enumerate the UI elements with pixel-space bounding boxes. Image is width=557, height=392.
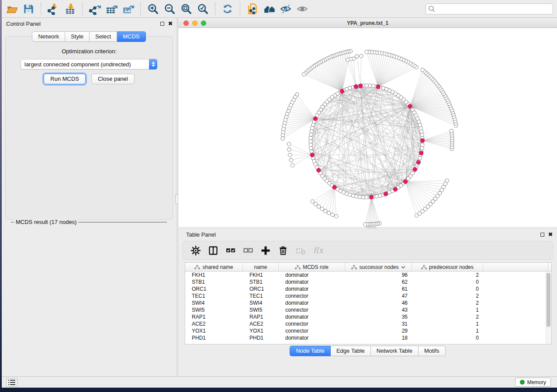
table-row[interactable]: SWI4SWI4dominator462 (185, 299, 551, 306)
cell-shared_name: TEC1 (185, 292, 243, 299)
search-icon (428, 5, 435, 12)
table-row[interactable]: FKH1FKH1dominator962 (185, 272, 551, 279)
window-close-button[interactable] (183, 21, 189, 26)
tab-motifs[interactable]: Motifs (419, 346, 446, 356)
cell-successor_nodes: 96 (345, 272, 412, 279)
export-table-button[interactable] (103, 2, 120, 16)
column-header-predecessor-nodes[interactable]: predecessor nodes (412, 263, 483, 271)
zoom-fit-button[interactable] (178, 2, 194, 16)
zoom-in-icon (147, 3, 159, 15)
cell-shared_name: ORC1 (185, 285, 243, 292)
tab-node-table[interactable]: Node Table (290, 346, 331, 356)
close-table-panel-icon[interactable]: ✖ (548, 232, 553, 237)
float-panel-icon[interactable] (160, 22, 164, 26)
table-row[interactable]: PHD1PHD1dominator180 (185, 334, 551, 341)
memory-status-icon (520, 380, 525, 385)
trash-icon (278, 245, 288, 256)
toggle-columns-button[interactable] (208, 245, 219, 256)
cell-predecessor_nodes: 1 (412, 320, 483, 327)
save-session-button[interactable] (20, 2, 37, 16)
gear-icon (190, 245, 201, 256)
float-table-panel-icon[interactable] (540, 233, 544, 237)
cell-mcds_role: dominator (279, 285, 345, 292)
tab-mcds[interactable]: MCDS (117, 31, 145, 42)
cell-shared_name: YOX1 (185, 327, 243, 334)
close-panel-button[interactable]: Close panel (91, 74, 135, 84)
window-zoom-button[interactable] (201, 21, 206, 26)
run-mcds-button[interactable]: Run MCDS (44, 74, 86, 84)
table-row[interactable]: YOX1YOX1connector291 (185, 327, 551, 334)
window-minimize-button[interactable] (192, 21, 197, 26)
tab-network[interactable]: Network (32, 31, 65, 42)
zoom-selected-button[interactable] (194, 2, 211, 16)
delete-table-icon (295, 245, 306, 256)
column-header-MCDS-role[interactable]: MCDS role (279, 263, 345, 271)
cell-successor_nodes: 46 (345, 299, 412, 306)
cell-shared_name: PHD1 (185, 334, 243, 341)
table-row[interactable]: SWI5SWI5connector431 (185, 306, 551, 313)
table-settings-button[interactable] (190, 245, 201, 256)
show-details-button[interactable] (294, 2, 311, 16)
cell-name: SWI4 (243, 299, 279, 306)
share-network-document-button[interactable] (244, 2, 261, 16)
cell-name: FKH1 (243, 272, 279, 279)
open-session-button[interactable] (3, 2, 20, 16)
cell-name: SWI5 (243, 306, 279, 313)
export-network-icon (89, 3, 101, 15)
search-input[interactable] (435, 4, 550, 13)
network-graph[interactable] (178, 28, 557, 245)
import-network-button[interactable] (45, 2, 62, 16)
cell-blank (483, 306, 548, 313)
tab-style[interactable]: Style (65, 31, 90, 42)
cell-predecessor_nodes: 0 (412, 334, 483, 341)
close-panel-icon[interactable]: ✖ (168, 21, 173, 26)
home-button[interactable] (261, 2, 277, 16)
table-scrollbar-thumb[interactable] (547, 273, 550, 327)
delete-column-button[interactable] (277, 245, 289, 256)
optimization-criterion-label: Optimization criterion: (6, 48, 173, 55)
create-column-button[interactable] (260, 245, 271, 256)
table-row[interactable]: STB1STB1dominator620 (185, 279, 551, 285)
table-row[interactable]: TEC1TEC1connector472 (185, 292, 551, 299)
zoom-in-button[interactable] (145, 2, 161, 16)
column-header-shared-name[interactable]: shared name (185, 263, 243, 271)
document-share-icon (247, 3, 259, 15)
network-canvas[interactable] (178, 28, 557, 245)
home-icon (263, 3, 275, 15)
tab-edge-table[interactable]: Edge Table (331, 346, 371, 356)
export-image-button[interactable] (120, 2, 136, 16)
cell-mcds_role: dominator (279, 279, 345, 285)
export-network-button[interactable] (86, 2, 103, 16)
function-icon: f(x) (313, 245, 323, 256)
columns-icon (208, 245, 218, 256)
table-type-tabs: Node TableEdge TableNetwork TableMotifs (178, 346, 557, 356)
memory-button[interactable]: Memory (515, 378, 551, 387)
network-window-titlebar: YPA_prune.txt_1 (178, 18, 557, 28)
task-history-button[interactable] (6, 378, 17, 387)
cell-blank (483, 313, 548, 320)
tab-select[interactable]: Select (90, 31, 117, 42)
select-stepper-icon (149, 59, 157, 69)
table-row[interactable]: ACE2ACE2connector311 (185, 320, 551, 327)
select-all-rows-button[interactable] (225, 245, 236, 256)
apply-layout-button[interactable] (219, 2, 236, 16)
column-header-successor-nodes[interactable]: successor nodes (345, 263, 412, 271)
cell-name: STB1 (243, 279, 279, 285)
table-scrollbar[interactable] (546, 272, 551, 344)
tab-network-table[interactable]: Network Table (371, 346, 419, 356)
cell-successor_nodes: 62 (345, 279, 412, 285)
zoom-out-button[interactable] (161, 2, 178, 16)
table-row[interactable]: RAP1RAP1dominator352 (185, 313, 551, 320)
import-network-icon (48, 3, 59, 15)
save-icon (23, 3, 35, 15)
cell-mcds_role: dominator (279, 272, 345, 279)
import-table-button[interactable] (62, 2, 78, 16)
search-box (426, 3, 553, 14)
hide-details-button[interactable] (277, 2, 294, 16)
optimization-criterion-select[interactable]: largest connected component (undirected) (21, 59, 157, 69)
table-body: FKH1FKH1dominator962STB1STB1dominator620… (185, 272, 551, 341)
deselect-all-rows-button[interactable] (242, 245, 254, 256)
table-row[interactable]: ORC1ORC1dominator610 (185, 285, 551, 292)
column-header-name[interactable]: name (243, 263, 279, 271)
cell-predecessor_nodes: 2 (412, 313, 483, 320)
